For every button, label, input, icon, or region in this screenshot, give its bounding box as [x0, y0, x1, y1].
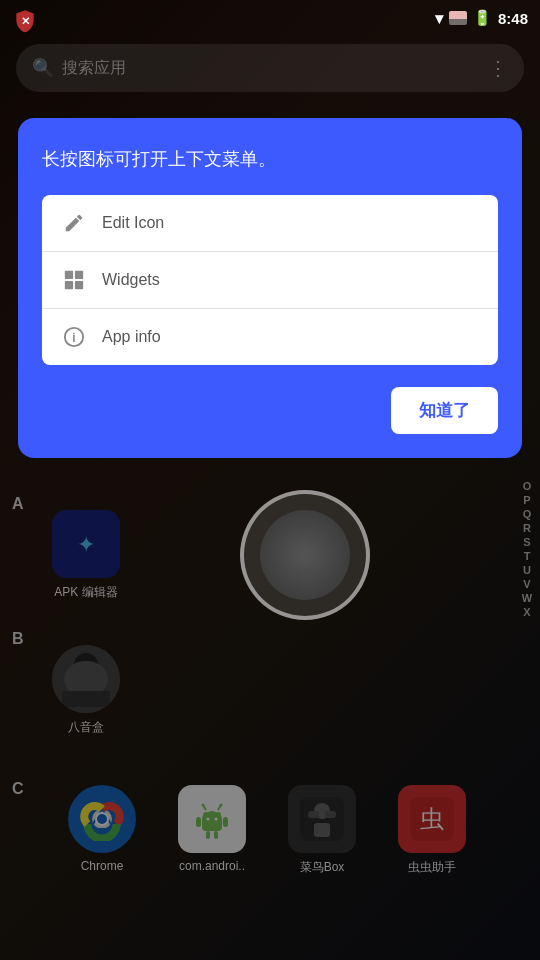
wifi-icon: ▾: [435, 9, 443, 28]
info-icon: i: [62, 325, 86, 349]
signal-icon: [449, 11, 467, 25]
context-menu: Edit Icon Widgets i App inf: [42, 195, 498, 365]
svg-text:✕: ✕: [21, 15, 30, 27]
dialog-btn-row: 知道了: [42, 387, 498, 434]
menu-item-app-info[interactable]: i App info: [42, 309, 498, 365]
menu-label-app-info: App info: [102, 328, 161, 346]
long-press-indicator: [240, 490, 370, 620]
confirm-button[interactable]: 知道了: [391, 387, 498, 434]
status-time: 8:48: [498, 10, 528, 27]
svg-rect-4: [75, 281, 83, 289]
menu-item-edit-icon[interactable]: Edit Icon: [42, 195, 498, 252]
widgets-icon: [62, 268, 86, 292]
dialog-hint: 长按图标可打开上下文菜单。: [42, 146, 498, 173]
svg-rect-3: [65, 281, 73, 289]
long-press-inner: [260, 510, 350, 600]
status-bar: ▾ 🔋 8:48: [0, 0, 540, 36]
pencil-icon: [62, 211, 86, 235]
menu-label-edit-icon: Edit Icon: [102, 214, 164, 232]
status-icons: ▾ 🔋 8:48: [435, 9, 528, 28]
dialog-card: 长按图标可打开上下文菜单。 Edit Icon Widgets: [18, 118, 522, 458]
svg-text:i: i: [72, 331, 75, 345]
menu-label-widgets: Widgets: [102, 271, 160, 289]
battery-icon: 🔋: [473, 9, 492, 27]
menu-item-widgets[interactable]: Widgets: [42, 252, 498, 309]
shield-icon: ✕: [12, 8, 38, 40]
svg-rect-1: [65, 271, 73, 279]
svg-rect-2: [75, 271, 83, 279]
